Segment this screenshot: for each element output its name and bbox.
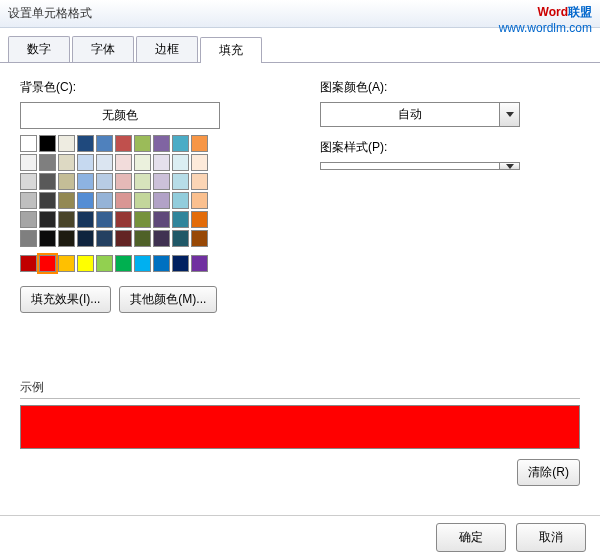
color-swatch[interactable]	[96, 255, 113, 272]
more-colors-button[interactable]: 其他颜色(M)...	[119, 286, 217, 313]
color-swatch[interactable]	[77, 255, 94, 272]
color-swatch[interactable]	[96, 211, 113, 228]
fill-effects-button[interactable]: 填充效果(I)...	[20, 286, 111, 313]
color-swatch[interactable]	[39, 211, 56, 228]
sample-preview	[20, 405, 580, 449]
color-swatch[interactable]	[153, 173, 170, 190]
color-swatch[interactable]	[134, 135, 151, 152]
color-swatch[interactable]	[58, 154, 75, 171]
color-swatch[interactable]	[58, 211, 75, 228]
color-swatch[interactable]	[172, 173, 189, 190]
footer-separator	[0, 515, 600, 516]
tab-填充[interactable]: 填充	[200, 37, 262, 63]
chevron-down-icon	[506, 164, 514, 169]
background-color-group: 背景色(C): 无颜色 填充效果(I)... 其他颜色(M)...	[20, 79, 280, 313]
color-swatch[interactable]	[153, 255, 170, 272]
pattern-color-value: 自动	[320, 102, 500, 127]
color-swatch[interactable]	[115, 154, 132, 171]
color-swatch[interactable]	[96, 230, 113, 247]
color-swatch[interactable]	[172, 154, 189, 171]
color-swatch[interactable]	[77, 135, 94, 152]
color-swatch[interactable]	[172, 192, 189, 209]
chevron-down-icon	[506, 112, 514, 117]
color-swatch[interactable]	[77, 230, 94, 247]
fill-buttons-row: 填充效果(I)... 其他颜色(M)...	[20, 286, 280, 313]
color-swatch[interactable]	[58, 230, 75, 247]
no-color-button[interactable]: 无颜色	[20, 102, 220, 129]
color-swatch[interactable]	[115, 173, 132, 190]
color-swatch[interactable]	[58, 173, 75, 190]
tab-数字[interactable]: 数字	[8, 36, 70, 62]
color-swatch[interactable]	[20, 211, 37, 228]
color-swatch[interactable]	[58, 135, 75, 152]
color-swatch[interactable]	[115, 135, 132, 152]
tab-边框[interactable]: 边框	[136, 36, 198, 62]
theme-color-grid	[20, 135, 220, 247]
color-swatch[interactable]	[39, 192, 56, 209]
color-swatch[interactable]	[39, 154, 56, 171]
color-swatch[interactable]	[191, 211, 208, 228]
color-swatch[interactable]	[134, 211, 151, 228]
color-swatch[interactable]	[20, 173, 37, 190]
color-swatch[interactable]	[191, 192, 208, 209]
sample-label: 示例	[20, 379, 580, 396]
color-swatch[interactable]	[134, 230, 151, 247]
color-swatch[interactable]	[58, 255, 75, 272]
color-swatch[interactable]	[115, 192, 132, 209]
cancel-button[interactable]: 取消	[516, 523, 586, 552]
pattern-color-dropdown-button[interactable]	[500, 102, 520, 127]
tab-content-fill: 背景色(C): 无颜色 填充效果(I)... 其他颜色(M)... 图案颜色(A…	[0, 63, 600, 329]
window-title: 设置单元格格式	[8, 5, 92, 22]
color-swatch[interactable]	[115, 255, 132, 272]
color-swatch[interactable]	[153, 154, 170, 171]
color-swatch[interactable]	[77, 154, 94, 171]
color-swatch[interactable]	[191, 255, 208, 272]
pattern-group: 图案颜色(A): 自动 图案样式(P):	[320, 79, 580, 313]
color-swatch[interactable]	[39, 255, 56, 272]
color-swatch[interactable]	[96, 135, 113, 152]
color-swatch[interactable]	[153, 230, 170, 247]
color-swatch[interactable]	[20, 135, 37, 152]
color-swatch[interactable]	[20, 230, 37, 247]
color-swatch[interactable]	[77, 173, 94, 190]
color-swatch[interactable]	[191, 135, 208, 152]
color-swatch[interactable]	[58, 192, 75, 209]
color-swatch[interactable]	[20, 192, 37, 209]
color-swatch[interactable]	[172, 255, 189, 272]
clear-row: 清除(R)	[0, 449, 600, 486]
color-swatch[interactable]	[134, 192, 151, 209]
pattern-style-dropdown-button[interactable]	[500, 162, 520, 170]
color-swatch[interactable]	[153, 211, 170, 228]
color-swatch[interactable]	[115, 211, 132, 228]
color-swatch[interactable]	[96, 192, 113, 209]
pattern-color-dropdown[interactable]: 自动	[320, 102, 520, 127]
color-swatch[interactable]	[115, 230, 132, 247]
standard-color-grid	[20, 255, 220, 272]
color-swatch[interactable]	[134, 154, 151, 171]
color-swatch[interactable]	[134, 173, 151, 190]
sample-divider	[20, 398, 580, 399]
tab-字体[interactable]: 字体	[72, 36, 134, 62]
color-swatch[interactable]	[153, 192, 170, 209]
color-swatch[interactable]	[172, 230, 189, 247]
clear-button[interactable]: 清除(R)	[517, 459, 580, 486]
color-swatch[interactable]	[96, 154, 113, 171]
color-swatch[interactable]	[191, 230, 208, 247]
color-swatch[interactable]	[153, 135, 170, 152]
pattern-style-dropdown[interactable]	[320, 162, 520, 170]
color-swatch[interactable]	[77, 211, 94, 228]
color-swatch[interactable]	[134, 255, 151, 272]
color-swatch[interactable]	[191, 173, 208, 190]
sample-section: 示例	[0, 379, 600, 449]
color-swatch[interactable]	[96, 173, 113, 190]
color-swatch[interactable]	[39, 230, 56, 247]
ok-button[interactable]: 确定	[436, 523, 506, 552]
color-swatch[interactable]	[172, 135, 189, 152]
color-swatch[interactable]	[39, 135, 56, 152]
color-swatch[interactable]	[172, 211, 189, 228]
color-swatch[interactable]	[77, 192, 94, 209]
color-swatch[interactable]	[39, 173, 56, 190]
color-swatch[interactable]	[20, 154, 37, 171]
color-swatch[interactable]	[20, 255, 37, 272]
color-swatch[interactable]	[191, 154, 208, 171]
